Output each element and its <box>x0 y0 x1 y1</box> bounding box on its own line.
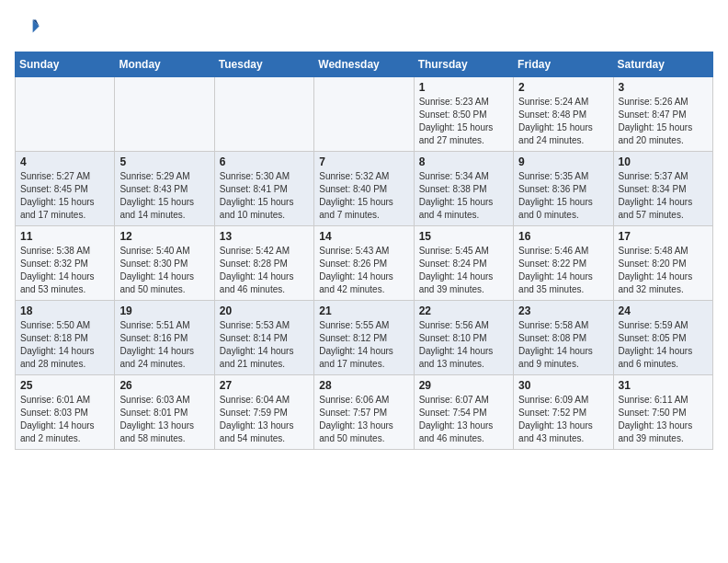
day-number: 12 <box>119 230 209 243</box>
calendar-cell: 20Sunrise: 5:53 AM Sunset: 8:14 PM Dayli… <box>214 301 313 375</box>
day-info: Sunrise: 6:11 AM Sunset: 7:50 PM Dayligh… <box>619 394 708 445</box>
day-number: 27 <box>220 379 309 392</box>
weekday-header-thursday: Thursday <box>414 52 513 77</box>
day-info: Sunrise: 5:48 AM Sunset: 8:20 PM Dayligh… <box>619 245 708 296</box>
day-info: Sunrise: 5:24 AM Sunset: 8:48 PM Dayligh… <box>518 96 608 147</box>
calendar-cell: 17Sunrise: 5:48 AM Sunset: 8:20 PM Dayli… <box>613 226 712 301</box>
day-info: Sunrise: 5:32 AM Sunset: 8:40 PM Dayligh… <box>319 170 408 222</box>
weekday-header-saturday: Saturday <box>613 52 712 77</box>
day-info: Sunrise: 5:56 AM Sunset: 8:10 PM Dayligh… <box>419 319 508 371</box>
weekday-header-sunday: Sunday <box>16 52 115 77</box>
day-number: 31 <box>619 379 708 392</box>
calendar-cell: 26Sunrise: 6:03 AM Sunset: 8:01 PM Dayli… <box>115 375 214 450</box>
logo <box>15 15 44 40</box>
calendar-cell: 21Sunrise: 5:55 AM Sunset: 8:12 PM Dayli… <box>314 301 414 375</box>
day-info: Sunrise: 5:50 AM Sunset: 8:18 PM Dayligh… <box>20 319 109 371</box>
day-number: 18 <box>20 304 109 317</box>
calendar-cell: 24Sunrise: 5:59 AM Sunset: 8:05 PM Dayli… <box>613 301 712 375</box>
day-info: Sunrise: 5:34 AM Sunset: 8:38 PM Dayligh… <box>419 170 508 222</box>
calendar-cell <box>16 77 115 152</box>
day-number: 24 <box>619 304 708 317</box>
logo-icon <box>15 15 40 40</box>
day-number: 16 <box>518 230 608 243</box>
calendar-cell: 4Sunrise: 5:27 AM Sunset: 8:45 PM Daylig… <box>16 152 115 226</box>
calendar-cell: 5Sunrise: 5:29 AM Sunset: 8:43 PM Daylig… <box>115 152 214 226</box>
day-info: Sunrise: 5:46 AM Sunset: 8:22 PM Dayligh… <box>518 245 608 296</box>
weekday-header-monday: Monday <box>115 52 214 77</box>
calendar-cell: 1Sunrise: 5:23 AM Sunset: 8:50 PM Daylig… <box>414 77 513 152</box>
calendar-cell <box>314 77 414 152</box>
day-number: 23 <box>518 304 608 317</box>
calendar-header: SundayMondayTuesdayWednesdayThursdayFrid… <box>16 52 713 77</box>
day-info: Sunrise: 5:58 AM Sunset: 8:08 PM Dayligh… <box>518 319 608 371</box>
weekday-header-tuesday: Tuesday <box>214 52 313 77</box>
day-info: Sunrise: 6:03 AM Sunset: 8:01 PM Dayligh… <box>119 394 209 445</box>
day-number: 28 <box>319 379 408 392</box>
day-number: 5 <box>119 155 209 168</box>
day-info: Sunrise: 6:04 AM Sunset: 7:59 PM Dayligh… <box>220 394 309 445</box>
day-number: 21 <box>319 304 408 317</box>
day-number: 30 <box>518 379 608 392</box>
day-number: 20 <box>220 304 309 317</box>
calendar-cell: 23Sunrise: 5:58 AM Sunset: 8:08 PM Dayli… <box>514 301 613 375</box>
calendar-week-row: 1Sunrise: 5:23 AM Sunset: 8:50 PM Daylig… <box>16 77 713 152</box>
day-info: Sunrise: 6:06 AM Sunset: 7:57 PM Dayligh… <box>319 394 408 445</box>
calendar-cell: 29Sunrise: 6:07 AM Sunset: 7:54 PM Dayli… <box>414 375 513 450</box>
day-number: 14 <box>319 230 408 243</box>
day-number: 3 <box>619 81 708 94</box>
day-info: Sunrise: 5:23 AM Sunset: 8:50 PM Dayligh… <box>419 96 508 147</box>
calendar-cell <box>115 77 214 152</box>
calendar-cell <box>214 77 313 152</box>
calendar-cell: 19Sunrise: 5:51 AM Sunset: 8:16 PM Dayli… <box>115 301 214 375</box>
day-info: Sunrise: 5:55 AM Sunset: 8:12 PM Dayligh… <box>319 319 408 371</box>
calendar-cell: 8Sunrise: 5:34 AM Sunset: 8:38 PM Daylig… <box>414 152 513 226</box>
day-number: 26 <box>119 379 209 392</box>
day-info: Sunrise: 6:07 AM Sunset: 7:54 PM Dayligh… <box>419 394 508 445</box>
calendar-cell: 10Sunrise: 5:37 AM Sunset: 8:34 PM Dayli… <box>613 152 712 226</box>
day-info: Sunrise: 5:29 AM Sunset: 8:43 PM Dayligh… <box>119 170 209 222</box>
weekday-header-row: SundayMondayTuesdayWednesdayThursdayFrid… <box>16 52 713 77</box>
calendar-week-row: 11Sunrise: 5:38 AM Sunset: 8:32 PM Dayli… <box>16 226 713 301</box>
day-number: 25 <box>20 379 109 392</box>
day-number: 7 <box>319 155 408 168</box>
day-number: 6 <box>220 155 309 168</box>
calendar-week-row: 25Sunrise: 6:01 AM Sunset: 8:03 PM Dayli… <box>16 375 713 450</box>
calendar-cell: 9Sunrise: 5:35 AM Sunset: 8:36 PM Daylig… <box>514 152 613 226</box>
day-info: Sunrise: 5:37 AM Sunset: 8:34 PM Dayligh… <box>619 170 708 222</box>
day-info: Sunrise: 5:35 AM Sunset: 8:36 PM Dayligh… <box>518 170 608 222</box>
calendar-cell: 13Sunrise: 5:42 AM Sunset: 8:28 PM Dayli… <box>214 226 313 301</box>
calendar-week-row: 18Sunrise: 5:50 AM Sunset: 8:18 PM Dayli… <box>16 301 713 375</box>
day-number: 1 <box>419 81 508 94</box>
calendar-cell: 7Sunrise: 5:32 AM Sunset: 8:40 PM Daylig… <box>314 152 414 226</box>
calendar-cell: 12Sunrise: 5:40 AM Sunset: 8:30 PM Dayli… <box>115 226 214 301</box>
day-info: Sunrise: 5:43 AM Sunset: 8:26 PM Dayligh… <box>319 245 408 296</box>
calendar-cell: 18Sunrise: 5:50 AM Sunset: 8:18 PM Dayli… <box>16 301 115 375</box>
calendar-cell: 16Sunrise: 5:46 AM Sunset: 8:22 PM Dayli… <box>514 226 613 301</box>
day-info: Sunrise: 5:40 AM Sunset: 8:30 PM Dayligh… <box>119 245 209 296</box>
calendar-cell: 22Sunrise: 5:56 AM Sunset: 8:10 PM Dayli… <box>414 301 513 375</box>
weekday-header-wednesday: Wednesday <box>314 52 414 77</box>
day-info: Sunrise: 6:01 AM Sunset: 8:03 PM Dayligh… <box>20 394 109 445</box>
page-header <box>15 15 713 40</box>
calendar-cell: 6Sunrise: 5:30 AM Sunset: 8:41 PM Daylig… <box>214 152 313 226</box>
calendar-week-row: 4Sunrise: 5:27 AM Sunset: 8:45 PM Daylig… <box>16 152 713 226</box>
day-number: 15 <box>419 230 508 243</box>
day-number: 4 <box>20 155 109 168</box>
day-info: Sunrise: 5:53 AM Sunset: 8:14 PM Dayligh… <box>220 319 309 371</box>
calendar-table: SundayMondayTuesdayWednesdayThursdayFrid… <box>15 52 713 450</box>
calendar-cell: 14Sunrise: 5:43 AM Sunset: 8:26 PM Dayli… <box>314 226 414 301</box>
day-number: 11 <box>20 230 109 243</box>
day-info: Sunrise: 5:26 AM Sunset: 8:47 PM Dayligh… <box>619 96 708 147</box>
day-number: 2 <box>518 81 608 94</box>
day-info: Sunrise: 5:45 AM Sunset: 8:24 PM Dayligh… <box>419 245 508 296</box>
day-number: 17 <box>619 230 708 243</box>
day-number: 29 <box>419 379 508 392</box>
calendar-cell: 28Sunrise: 6:06 AM Sunset: 7:57 PM Dayli… <box>314 375 414 450</box>
calendar-cell: 2Sunrise: 5:24 AM Sunset: 8:48 PM Daylig… <box>514 77 613 152</box>
day-info: Sunrise: 5:30 AM Sunset: 8:41 PM Dayligh… <box>220 170 309 222</box>
day-info: Sunrise: 5:42 AM Sunset: 8:28 PM Dayligh… <box>220 245 309 296</box>
day-info: Sunrise: 5:59 AM Sunset: 8:05 PM Dayligh… <box>619 319 708 371</box>
calendar-cell: 11Sunrise: 5:38 AM Sunset: 8:32 PM Dayli… <box>16 226 115 301</box>
day-number: 10 <box>619 155 708 168</box>
day-info: Sunrise: 5:27 AM Sunset: 8:45 PM Dayligh… <box>20 170 109 222</box>
